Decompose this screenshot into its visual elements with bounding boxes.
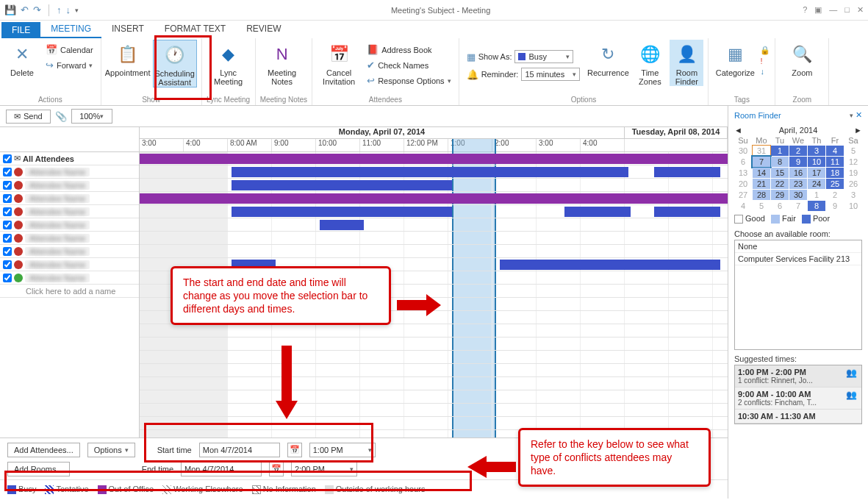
calendar-day[interactable]: 10 <box>808 157 825 167</box>
attendee-check[interactable] <box>3 181 12 190</box>
calendar-day[interactable]: 7 <box>789 201 807 211</box>
high-importance-icon[interactable]: ! <box>760 57 770 65</box>
address-book-button[interactable]: 📕Address Book <box>364 43 454 57</box>
calendar-day[interactable]: 12 <box>844 157 862 167</box>
calendar-day[interactable]: 9 <box>789 157 807 167</box>
attendee-check[interactable] <box>3 194 12 203</box>
calendar-day[interactable]: 29 <box>771 190 789 200</box>
calendar-day[interactable]: 3 <box>844 190 862 200</box>
calendar-button[interactable]: 📅Calendar <box>43 43 96 57</box>
meeting-notes-button[interactable]: NMeeting Notes <box>260 40 304 86</box>
pane-close-icon[interactable]: ✕ <box>856 110 862 119</box>
calendar-day[interactable]: 27 <box>734 190 752 200</box>
calendar-day[interactable]: 7 <box>753 157 770 167</box>
room-finder-button[interactable]: 👤Room Finder <box>670 40 703 86</box>
add-attendees-button[interactable]: Add Attendees... <box>7 443 80 457</box>
reminder-select[interactable]: 15 minutes▾ <box>521 68 580 81</box>
calendar-day[interactable]: 30 <box>734 146 752 156</box>
calendar-day[interactable]: 8 <box>808 201 825 211</box>
attendee-check[interactable] <box>3 221 12 229</box>
prev-icon[interactable]: ↑ <box>57 4 62 15</box>
calendar-day[interactable]: 20 <box>734 179 752 189</box>
options-button[interactable]: Options▾ <box>87 443 135 457</box>
categorize-button[interactable]: ▦Categorize <box>713 40 757 77</box>
calendar-day[interactable]: 16 <box>789 168 807 178</box>
attendee-row[interactable]: Attendee Name <box>0 165 139 179</box>
attendee-row[interactable]: Attendee Name <box>0 245 139 258</box>
calendar-day[interactable]: 8 <box>771 157 789 167</box>
end-time-input[interactable]: 2:00 PM▾ <box>291 462 357 476</box>
room-item-none[interactable]: None <box>735 240 861 253</box>
appointment-button[interactable]: 📋Appointment <box>106 40 150 77</box>
zoom-level-select[interactable]: 100%▾ <box>71 109 112 124</box>
cancel-invitation-button[interactable]: 📅Cancel Invitation <box>317 40 361 86</box>
calendar-day[interactable]: 28 <box>753 190 770 200</box>
calendar-day[interactable]: 10 <box>844 201 862 211</box>
tab-review[interactable]: REVIEW <box>236 21 291 38</box>
response-options-button[interactable]: ↩Response Options▾ <box>364 74 454 88</box>
calendar-day[interactable]: 3 <box>808 146 825 156</box>
forward-button[interactable]: ↪Forward▾ <box>43 58 96 72</box>
suggested-time-3[interactable]: 10:30 AM - 11:30 AM <box>735 410 861 424</box>
add-rooms-button[interactable]: Add Rooms... <box>7 462 70 476</box>
scheduling-assistant-button[interactable]: 🕐Scheduling Assistant <box>153 40 197 88</box>
calendar-day[interactable]: 18 <box>826 168 844 178</box>
ribbon-collapse-icon[interactable]: ▣ <box>814 5 822 15</box>
private-icon[interactable]: 🔒 <box>760 46 770 55</box>
calendar-day[interactable]: 5 <box>753 201 770 211</box>
low-importance-icon[interactable]: ↓ <box>760 67 770 76</box>
start-time-input[interactable]: 1:00 PM▾ <box>309 443 376 457</box>
calendar-day[interactable]: 9 <box>826 201 844 211</box>
tab-format-text[interactable]: FORMAT TEXT <box>154 21 236 38</box>
attendee-check[interactable] <box>3 274 12 282</box>
start-date-picker[interactable]: 📅 <box>287 443 302 457</box>
attendee-row[interactable]: Attendee Name <box>0 218 139 232</box>
calendar-day[interactable]: 30 <box>789 190 807 200</box>
calendar-day[interactable]: 6 <box>734 157 752 167</box>
attendee-row[interactable]: Attendee Name <box>0 192 139 205</box>
calendar-day[interactable]: 19 <box>844 168 862 178</box>
calendar-day[interactable]: 26 <box>844 179 862 189</box>
room-item-csf213[interactable]: Computer Services Facility 213 <box>735 253 861 265</box>
prev-month-icon[interactable]: ◄ <box>734 126 742 135</box>
maximize-icon[interactable]: □ <box>844 5 850 15</box>
calendar-day[interactable]: 22 <box>771 179 789 189</box>
time-zones-button[interactable]: 🌐Time Zones <box>633 40 667 86</box>
calendar-day[interactable]: 1 <box>808 190 825 200</box>
redo-icon[interactable]: ↷ <box>33 4 41 15</box>
attendee-check[interactable] <box>3 207 12 216</box>
attendee-row[interactable]: Attendee Name <box>0 258 139 271</box>
mini-calendar[interactable]: ◄April, 2014► SuMoTuWeThFrSa303112345678… <box>734 124 862 211</box>
tab-file[interactable]: FILE <box>1 22 40 38</box>
save-icon[interactable]: 💾 <box>4 4 16 15</box>
calendar-day[interactable]: 15 <box>771 168 789 178</box>
add-attendee-row[interactable]: Click here to add a name <box>0 285 139 298</box>
calendar-day[interactable]: 13 <box>734 168 752 178</box>
calendar-day[interactable]: 2 <box>826 190 844 200</box>
check-names-button[interactable]: ✔Check Names <box>364 58 454 72</box>
minimize-icon[interactable]: — <box>829 5 837 15</box>
attendee-row[interactable]: Attendee Name <box>0 205 139 218</box>
recurrence-button[interactable]: ↻Recurrence <box>586 40 630 77</box>
attendee-check[interactable] <box>3 168 12 176</box>
suggested-time-2[interactable]: 9:00 AM - 10:00 AM2 conflicts: Fincham, … <box>735 388 861 410</box>
calendar-day[interactable]: 2 <box>789 146 807 156</box>
delete-button[interactable]: ✕Delete <box>4 40 40 77</box>
show-as-select[interactable]: Busy▾ <box>514 50 573 63</box>
zoom-button[interactable]: 🔍Zoom <box>780 40 824 77</box>
attendee-row[interactable]: Attendee Name <box>0 179 139 192</box>
start-date-input[interactable]: Mon 4/7/2014 <box>199 443 280 457</box>
help-icon[interactable]: ? <box>803 5 807 15</box>
calendar-day[interactable]: 6 <box>771 201 789 211</box>
tab-insert[interactable]: INSERT <box>101 21 154 38</box>
attendee-row[interactable]: Attendee Name <box>0 232 139 245</box>
undo-icon[interactable]: ↶ <box>21 4 29 15</box>
end-date-picker[interactable]: 📅 <box>269 462 284 476</box>
attendee-check[interactable] <box>3 234 12 243</box>
room-list[interactable]: None Computer Services Facility 213 <box>734 240 862 350</box>
calendar-day[interactable]: 4 <box>826 146 844 156</box>
send-button[interactable]: ✉Send <box>6 110 51 124</box>
next-icon[interactable]: ↓ <box>66 4 71 15</box>
calendar-day[interactable]: 31 <box>753 146 770 156</box>
calendar-day[interactable]: 11 <box>826 157 844 167</box>
